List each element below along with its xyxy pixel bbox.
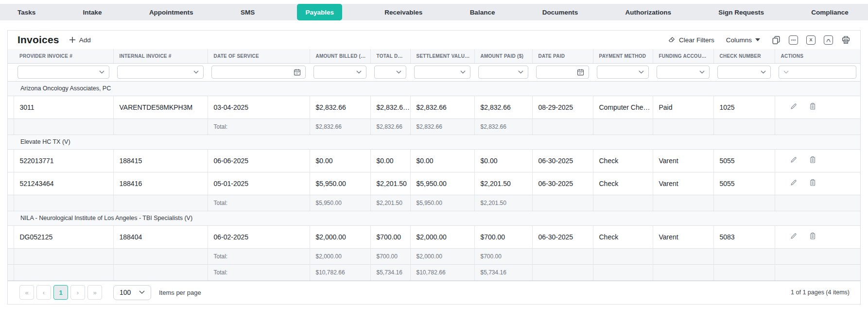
tab-intake[interactable]: Intake [78, 4, 107, 20]
add-button[interactable]: Add [69, 36, 91, 44]
tab-receivables[interactable]: Receivables [380, 4, 427, 20]
col-settlement-value[interactable]: SETTLEMENT VALU… [410, 49, 474, 63]
export-pdf-button[interactable] [824, 35, 833, 45]
cell-funding-account: Varent [653, 149, 713, 172]
export-csv-button[interactable]: csv [789, 35, 798, 45]
edit-button[interactable] [790, 232, 798, 240]
notes-button[interactable] [809, 102, 816, 110]
group-name: Elevate HC TX (V) [8, 135, 860, 149]
cell-internal-invoice: 188415 [113, 149, 208, 172]
pencil-icon [790, 232, 798, 240]
total-label: Total: [208, 119, 310, 135]
tab-appointments[interactable]: Appointments [144, 4, 198, 20]
tab-authorizations[interactable]: Authorizations [620, 4, 676, 20]
toolbar-right: Clear Filters Columns csv X [667, 35, 851, 45]
group-total-row: Total: $5,950.00 $2,201.50 $5,950.00 $2,… [8, 195, 860, 211]
cell-date-of-service: 05-01-2025 [208, 172, 310, 195]
cell-internal-invoice: 188404 [113, 225, 208, 248]
filter-check-number[interactable] [717, 66, 771, 79]
filter-total-due[interactable] [374, 66, 406, 79]
cell-check-number: 5083 [713, 225, 775, 248]
first-page-button[interactable]: « [19, 285, 34, 300]
export-excel-button[interactable]: X [806, 35, 816, 45]
eraser-icon [667, 36, 676, 44]
col-internal-invoice[interactable]: INTERNAL INVOICE # [113, 49, 208, 63]
cell-internal-invoice: VARENTDE58MKPH3M [113, 96, 208, 119]
filter-amount-billed[interactable] [313, 66, 366, 79]
table-row[interactable]: 3011 VARENTDE58MKPH3M 03-04-2025 $2,832.… [8, 96, 860, 119]
col-actions: ACTIONS [775, 49, 860, 63]
table-row[interactable]: 522013771 188415 06-06-2025 $0.00 $0.00 … [8, 149, 860, 172]
invoices-panel: Invoices Add Clear Filters Columns [7, 30, 861, 305]
grand-total-amount-paid: $5,734.16 [474, 264, 532, 280]
print-button[interactable] [841, 35, 851, 45]
page-size-select[interactable]: 100 [113, 285, 151, 300]
grand-total-total-due: $5,734.16 [370, 264, 410, 280]
table-row[interactable]: DG052125 188404 06-02-2025 $2,000.00 $70… [8, 225, 860, 248]
cell-total-due: $2,201.50 [370, 172, 410, 195]
col-amount-paid[interactable]: AMOUNT PAID ($) [474, 49, 532, 63]
edit-button[interactable] [790, 179, 798, 186]
last-page-button[interactable]: » [87, 285, 102, 300]
col-funding-account[interactable]: FUNDING ACCOU… [653, 49, 713, 63]
excel-icon: X [806, 35, 816, 45]
cell-date-of-service: 06-06-2025 [208, 149, 310, 172]
notes-button[interactable] [809, 232, 816, 240]
filter-actions[interactable] [779, 66, 856, 79]
tab-documents[interactable]: Documents [538, 4, 583, 20]
columns-button[interactable]: Columns [726, 36, 760, 44]
tab-sms[interactable]: SMS [236, 4, 260, 20]
cell-check-number: 5055 [713, 172, 775, 195]
col-date-paid[interactable]: DATE PAID [532, 49, 593, 63]
chevron-down-icon [139, 290, 145, 294]
next-page-button[interactable]: › [70, 285, 85, 300]
clear-filters-button[interactable]: Clear Filters [667, 36, 714, 44]
col-amount-billed[interactable]: AMOUNT BILLED (… [310, 49, 370, 63]
filter-settlement-value[interactable] [414, 66, 470, 79]
filter-amount-paid[interactable] [478, 66, 528, 79]
group-header-row: Arizona Oncology Associates, PC [8, 81, 860, 96]
pencil-icon [790, 179, 798, 186]
filter-payment-method[interactable] [597, 66, 649, 79]
tab-payables[interactable]: Payables [297, 4, 342, 20]
copy-icon [772, 35, 781, 44]
clipboard-icon [809, 232, 816, 240]
col-provider-invoice[interactable]: PROVIDER INVOICE # [14, 49, 113, 63]
table-row[interactable]: 521243464 188416 05-01-2025 $5,950.00 $2… [8, 172, 860, 195]
filter-date-paid[interactable] [536, 66, 589, 79]
total-total-due: $2,201.50 [370, 195, 410, 211]
notes-button[interactable] [809, 156, 816, 164]
group-header-row: Elevate HC TX (V) [8, 135, 860, 149]
col-date-of-service[interactable]: DATE OF SERVICE [208, 49, 310, 63]
cell-amount-billed: $2,000.00 [310, 225, 370, 248]
tab-balance[interactable]: Balance [465, 4, 500, 20]
total-settlement-value: $2,000.00 [410, 248, 474, 264]
filter-date-of-service[interactable] [211, 66, 306, 79]
cell-amount-billed: $5,950.00 [310, 172, 370, 195]
edit-button[interactable] [790, 102, 798, 110]
tab-tasks[interactable]: Tasks [13, 4, 40, 20]
cell-amount-billed: $2,832.66 [310, 96, 370, 119]
filter-internal-invoice[interactable] [117, 66, 204, 79]
page-1-button[interactable]: 1 [53, 285, 68, 300]
copy-button[interactable] [772, 35, 781, 44]
total-amount-paid: $700.00 [474, 248, 532, 264]
cell-internal-invoice: 188416 [113, 172, 208, 195]
filter-funding-account[interactable] [657, 66, 710, 79]
edit-button[interactable] [790, 156, 798, 164]
cell-amount-paid: $0.00 [474, 149, 532, 172]
col-total-due[interactable]: TOTAL D… [370, 49, 410, 63]
filter-provider-invoice[interactable] [17, 66, 109, 79]
col-payment-method[interactable]: PAYMENT METHOD [593, 49, 653, 63]
col-check-number[interactable]: CHECK NUMBER [713, 49, 775, 63]
tab-compliance[interactable]: Compliance [806, 4, 853, 20]
notes-button[interactable] [809, 179, 816, 186]
prev-page-button[interactable]: ‹ [36, 285, 51, 300]
cell-provider-invoice: 521243464 [14, 172, 113, 195]
grand-total-row: Total: $10,782.66 $5,734.16 $10,782.66 $… [8, 264, 860, 280]
tab-sign-requests[interactable]: Sign Requests [713, 4, 769, 20]
invoices-table: PROVIDER INVOICE # INTERNAL INVOICE # DA… [8, 49, 860, 281]
filter-row [8, 63, 860, 81]
total-amount-billed: $5,950.00 [310, 195, 370, 211]
column-header-row: PROVIDER INVOICE # INTERNAL INVOICE # DA… [8, 49, 860, 63]
